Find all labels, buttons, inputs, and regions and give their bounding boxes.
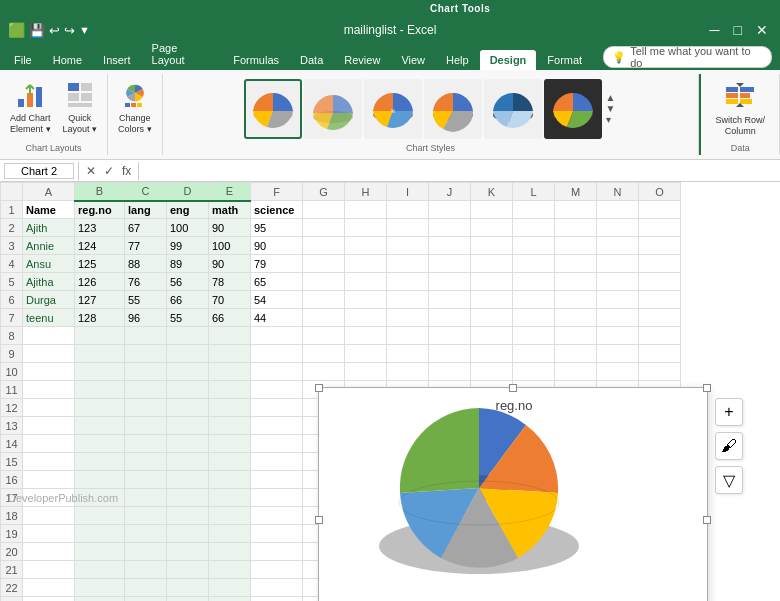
cell[interactable] (303, 327, 345, 345)
cell[interactable] (23, 579, 75, 597)
cell[interactable] (345, 309, 387, 327)
cell[interactable] (167, 525, 209, 543)
cell[interactable] (429, 363, 471, 381)
cell[interactable]: 127 (75, 291, 125, 309)
cell[interactable] (251, 579, 303, 597)
cell[interactable] (125, 435, 167, 453)
cell[interactable]: reg.no (75, 201, 125, 219)
cell[interactable] (429, 309, 471, 327)
cancel-formula-btn[interactable]: ✕ (83, 164, 99, 178)
cell[interactable] (597, 345, 639, 363)
table-row[interactable]: 3Annie124779910090 (1, 237, 681, 255)
cell[interactable]: 78 (209, 273, 251, 291)
cell[interactable]: 128 (75, 309, 125, 327)
cell[interactable] (209, 489, 251, 507)
cell[interactable] (167, 417, 209, 435)
cell[interactable]: 54 (251, 291, 303, 309)
cell[interactable] (209, 597, 251, 602)
cell[interactable] (345, 363, 387, 381)
tab-data[interactable]: Data (290, 50, 333, 70)
cell[interactable] (251, 417, 303, 435)
cell[interactable] (75, 363, 125, 381)
cell[interactable] (555, 291, 597, 309)
col-header-c[interactable]: C (125, 183, 167, 201)
cell[interactable] (345, 219, 387, 237)
col-header-e[interactable]: E (209, 183, 251, 201)
cell[interactable] (639, 291, 681, 309)
cell[interactable] (23, 327, 75, 345)
cell[interactable] (209, 363, 251, 381)
cell[interactable] (125, 399, 167, 417)
cell[interactable] (471, 345, 513, 363)
cell[interactable] (125, 453, 167, 471)
chart-handle-tl[interactable] (315, 384, 323, 392)
cell[interactable] (75, 489, 125, 507)
cell[interactable]: science (251, 201, 303, 219)
chart-style-5[interactable] (484, 79, 542, 139)
cell[interactable]: 66 (209, 309, 251, 327)
switch-row-col-btn[interactable]: Switch Row/ Column (707, 76, 773, 140)
cell[interactable] (209, 543, 251, 561)
cell[interactable]: Annie (23, 237, 75, 255)
cell[interactable] (125, 507, 167, 525)
cell[interactable]: math (209, 201, 251, 219)
col-header-k[interactable]: K (471, 183, 513, 201)
cell[interactable] (555, 255, 597, 273)
col-header-d[interactable]: D (167, 183, 209, 201)
cell[interactable]: 126 (75, 273, 125, 291)
cell[interactable] (209, 561, 251, 579)
cell[interactable] (75, 471, 125, 489)
col-header-o[interactable]: O (639, 183, 681, 201)
cell[interactable] (387, 219, 429, 237)
cell[interactable]: 70 (209, 291, 251, 309)
col-header-h[interactable]: H (345, 183, 387, 201)
cell[interactable] (125, 327, 167, 345)
col-header-l[interactable]: L (513, 183, 555, 201)
cell[interactable]: 123 (75, 219, 125, 237)
cell[interactable] (513, 201, 555, 219)
cell[interactable] (639, 219, 681, 237)
cell[interactable] (303, 237, 345, 255)
cell[interactable] (471, 219, 513, 237)
cell[interactable] (167, 471, 209, 489)
cell[interactable] (429, 273, 471, 291)
cell[interactable] (387, 255, 429, 273)
chart-handle-mr[interactable] (703, 516, 711, 524)
col-header-b[interactable]: B (75, 183, 125, 201)
tab-page-layout[interactable]: Page Layout (142, 38, 223, 70)
cell[interactable] (125, 489, 167, 507)
cell[interactable] (23, 435, 75, 453)
cell[interactable] (167, 543, 209, 561)
cell[interactable]: 89 (167, 255, 209, 273)
cell[interactable] (251, 597, 303, 602)
cell[interactable] (597, 273, 639, 291)
cell[interactable] (303, 273, 345, 291)
cell[interactable]: Ansu (23, 255, 75, 273)
cell[interactable] (345, 291, 387, 309)
cell[interactable] (639, 255, 681, 273)
cell[interactable]: Name (23, 201, 75, 219)
cell[interactable] (555, 327, 597, 345)
cell[interactable] (639, 273, 681, 291)
cell[interactable] (513, 345, 555, 363)
cell[interactable] (75, 525, 125, 543)
cell[interactable] (429, 255, 471, 273)
chart-style-4[interactable] (424, 79, 482, 139)
cell[interactable] (75, 327, 125, 345)
cell[interactable] (471, 201, 513, 219)
cell[interactable] (597, 219, 639, 237)
cell[interactable]: 76 (125, 273, 167, 291)
table-row[interactable]: 4Ansu12588899079 (1, 255, 681, 273)
cell[interactable] (639, 363, 681, 381)
cell[interactable] (23, 453, 75, 471)
cell[interactable] (75, 507, 125, 525)
table-row[interactable]: 10 (1, 363, 681, 381)
cell[interactable] (23, 597, 75, 602)
tab-file[interactable]: File (4, 50, 42, 70)
undo-icon[interactable]: ↩ (49, 23, 60, 38)
chart-styles-btn[interactable]: 🖌 (715, 432, 743, 460)
maximize-btn[interactable]: □ (730, 22, 746, 38)
cell[interactable] (513, 309, 555, 327)
cell[interactable] (209, 471, 251, 489)
cell[interactable]: 90 (209, 255, 251, 273)
